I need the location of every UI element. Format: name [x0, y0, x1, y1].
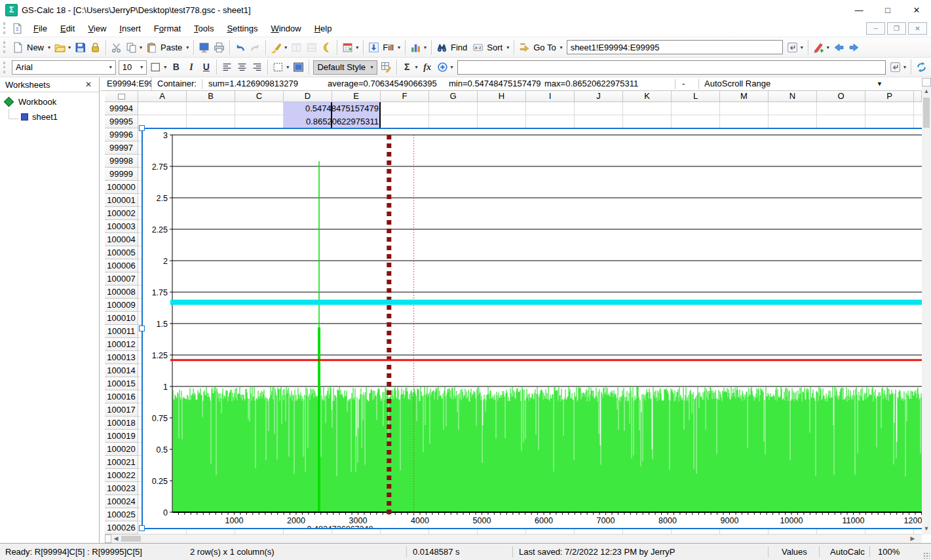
resize-grip[interactable]	[923, 552, 930, 559]
row-header-99998[interactable]: 99998	[105, 155, 138, 168]
row-header-99999[interactable]: 99999	[105, 168, 138, 181]
column-header-O[interactable]: O	[817, 91, 865, 102]
autosum-button[interactable]: Σ▾	[400, 59, 420, 75]
row-header-100008[interactable]: 100008	[105, 286, 138, 299]
row-header-100004[interactable]: 100004	[105, 233, 138, 246]
row-header-99997[interactable]: 99997	[105, 141, 138, 155]
navigate-forward-button[interactable]	[846, 39, 862, 56]
menu-tools[interactable]: Tools	[187, 21, 220, 37]
horizontal-scrollbar[interactable]	[105, 534, 922, 543]
column-header-A[interactable]: A	[138, 91, 187, 102]
horizontal-split-box[interactable]	[105, 534, 111, 543]
zoom-level[interactable]: 100%	[878, 547, 900, 557]
chevron-down-icon[interactable]: ▾	[68, 45, 71, 50]
calendar-button[interactable]: ▾	[340, 39, 360, 56]
row-header-100009[interactable]: 100009	[105, 299, 138, 312]
cut-button[interactable]	[109, 39, 124, 56]
font-color-button[interactable]: ▾	[148, 59, 168, 75]
vertical-scrollbar[interactable]	[922, 91, 931, 534]
menu-edit[interactable]: Edit	[54, 21, 81, 37]
scroll-right-icon[interactable]: ▶	[908, 534, 917, 543]
format-painter-button[interactable]: ▾	[269, 39, 289, 56]
chevron-down-icon[interactable]: ▾	[827, 45, 829, 50]
row-header-99995[interactable]: 99995	[105, 115, 138, 128]
row-header-100015[interactable]: 100015	[105, 377, 138, 390]
sort-button[interactable]: a·zSort▾	[470, 39, 511, 56]
row-header-100017[interactable]: 100017	[105, 403, 138, 417]
borders-button[interactable]: ▾	[271, 59, 291, 75]
column-header-L[interactable]: L	[672, 91, 720, 102]
insert-plus-button[interactable]: ▾	[435, 59, 455, 75]
background-color-button[interactable]	[291, 59, 306, 75]
row-header-100005[interactable]: 100005	[105, 246, 138, 259]
row-header-100018[interactable]: 100018	[105, 417, 138, 430]
highlight-marker-button[interactable]: ▾	[811, 39, 831, 56]
font-size-select[interactable]: 10▾	[119, 60, 147, 75]
row-header-100021[interactable]: 100021	[105, 456, 138, 469]
font-family-select[interactable]: Arial▾	[12, 60, 116, 75]
chevron-down-icon[interactable]: ▾	[164, 64, 166, 70]
maximize-button[interactable]: □	[873, 0, 902, 20]
chevron-down-icon[interactable]: ▾	[284, 45, 287, 50]
column-header-M[interactable]: M	[720, 91, 769, 102]
mdi-close-button[interactable]: ✕	[908, 22, 927, 35]
chart-object[interactable]: 00.250.50.7511.251.51.7522.252.52.753100…	[142, 128, 922, 529]
chevron-down-icon[interactable]: ▾	[398, 45, 400, 50]
align-right-button[interactable]	[250, 59, 265, 75]
column-header-I[interactable]: I	[526, 91, 575, 102]
autoscroll-range-label[interactable]: AutoScroll Range	[704, 79, 770, 88]
tree-item-workbook[interactable]: Workbook	[0, 96, 99, 107]
column-header-F[interactable]: F	[381, 91, 429, 102]
italic-button[interactable]: I	[183, 59, 199, 75]
row-header-100006[interactable]: 100006	[105, 259, 138, 272]
column-header-K[interactable]: K	[623, 91, 672, 102]
menubar-grip[interactable]	[3, 22, 7, 34]
row-header-100014[interactable]: 100014	[105, 364, 138, 377]
bold-button[interactable]: B	[168, 59, 183, 75]
new-button[interactable]: New▾	[10, 39, 52, 56]
row-header-100003[interactable]: 100003	[105, 220, 138, 233]
chart-handle-bottom-left[interactable]	[139, 525, 145, 531]
row-header-100022[interactable]: 100022	[105, 469, 138, 482]
undo-button[interactable]	[233, 39, 248, 56]
chevron-down-icon[interactable]: ▾	[356, 45, 358, 50]
row-header-100012[interactable]: 100012	[105, 338, 138, 351]
chevron-down-icon[interactable]: ▾	[451, 64, 453, 70]
chevron-down-icon[interactable]: ▾	[369, 64, 375, 70]
name-box[interactable]: E99994:E9999	[105, 77, 152, 90]
column-header-clipped[interactable]	[914, 91, 922, 102]
menu-view[interactable]: View	[81, 21, 113, 37]
row-header-100019[interactable]: 100019	[105, 430, 138, 443]
align-left-button[interactable]	[219, 59, 235, 75]
select-all-corner[interactable]	[105, 91, 138, 102]
edit-style-button[interactable]	[379, 59, 394, 75]
toolbar-grip[interactable]	[3, 41, 7, 53]
function-button[interactable]: fx	[420, 59, 435, 75]
underline-button[interactable]: U	[199, 59, 214, 75]
row-header-100024[interactable]: 100024	[105, 495, 138, 508]
row-header-100025[interactable]: 100025	[105, 508, 138, 521]
column-header-G[interactable]: G	[429, 91, 478, 102]
print-preview-button[interactable]	[197, 39, 212, 56]
row-header-100007[interactable]: 100007	[105, 272, 138, 286]
recalculate-button[interactable]	[914, 59, 929, 75]
mdi-minimize-button[interactable]: ─	[866, 22, 885, 35]
fill-button[interactable]: Fill▾	[366, 39, 402, 56]
open-button[interactable]: ▾	[52, 39, 73, 56]
chart-button[interactable]: ▾	[408, 39, 428, 56]
tree-item-sheet1[interactable]: sheet1	[0, 111, 99, 122]
chevron-down-icon[interactable]: ▾	[506, 45, 509, 50]
menu-help[interactable]: Help	[308, 21, 339, 37]
menu-insert[interactable]: Insert	[113, 21, 147, 37]
protect-button[interactable]	[88, 39, 103, 56]
align-center-button[interactable]	[235, 59, 250, 75]
toolbar-grip[interactable]	[3, 62, 7, 73]
formula-input[interactable]	[457, 60, 886, 75]
row-header-100000[interactable]: 100000	[105, 181, 138, 194]
close-panel-icon[interactable]: ✕	[83, 80, 94, 89]
redo-button[interactable]	[248, 39, 263, 56]
column-header-C[interactable]: C	[235, 91, 284, 102]
row-header-100011[interactable]: 100011	[105, 325, 138, 338]
range-input[interactable]	[567, 40, 783, 54]
column-header-P[interactable]: P	[865, 91, 914, 102]
